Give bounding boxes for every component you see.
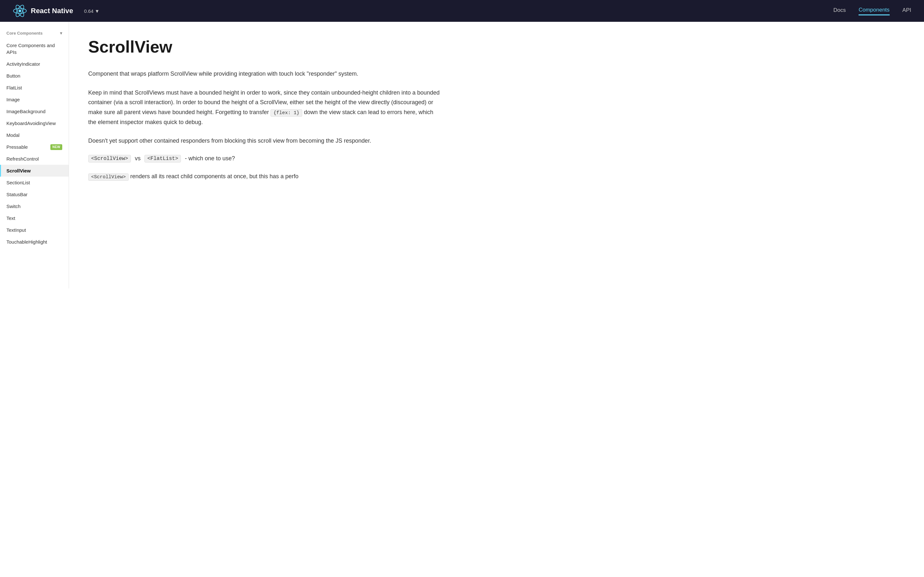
- scrollview-inline-tag: <ScrollView>: [88, 173, 129, 181]
- sidebar-item-sectionlist[interactable]: SectionList: [0, 177, 69, 189]
- sidebar-item-label: Modal: [6, 132, 19, 139]
- page-title: ScrollView: [88, 38, 443, 56]
- sidebar-item-imagebackground[interactable]: ImageBackground: [0, 105, 69, 117]
- sidebar-item-label: SectionList: [6, 179, 30, 186]
- header: React Native 0.64 ▼ Docs Components API: [0, 0, 462, 22]
- logo-area[interactable]: React Native: [13, 4, 73, 18]
- sidebar-item-core-components-apis[interactable]: Core Components and APIs: [0, 39, 69, 58]
- sidebar: Core Components ▾ Core Components and AP…: [0, 22, 69, 288]
- sidebar-item-label: KeyboardAvoidingView: [6, 120, 56, 127]
- sidebar-item-label: Text: [6, 215, 15, 221]
- svg-point-0: [19, 10, 21, 13]
- sidebar-item-modal[interactable]: Modal: [0, 129, 69, 141]
- comparison-row: <ScrollView> vs <FlatList> - which one t…: [88, 155, 443, 163]
- sidebar-item-switch[interactable]: Switch: [0, 200, 69, 212]
- vs-text: vs: [135, 155, 141, 162]
- sidebar-item-flatlist[interactable]: FlatList: [0, 82, 69, 93]
- comparison-label: - which one to use?: [185, 155, 235, 162]
- sidebar-item-label: FlatList: [6, 84, 22, 91]
- sidebar-item-refreshcontrol[interactable]: RefreshControl: [0, 153, 69, 165]
- sidebar-item-label: Image: [6, 96, 20, 103]
- sidebar-item-label: ActivityIndicator: [6, 61, 40, 67]
- sidebar-item-pressable[interactable]: Pressable NEW: [0, 141, 69, 153]
- new-badge: NEW: [50, 144, 62, 150]
- sidebar-item-activity-indicator[interactable]: ActivityIndicator: [0, 58, 69, 70]
- sidebar-section-header[interactable]: Core Components ▾: [0, 28, 69, 39]
- main-content: ScrollView Component that wraps platform…: [69, 22, 462, 288]
- sidebar-item-label: Pressable: [6, 143, 28, 150]
- sidebar-item-label: Core Components and APIs: [6, 42, 62, 55]
- renders-text: renders all its react child components a…: [130, 173, 298, 179]
- sidebar-item-label: Button: [6, 73, 20, 79]
- chevron-down-icon: ▾: [60, 31, 62, 35]
- sidebar-section-label: Core Components: [6, 31, 43, 35]
- paragraph-2: Keep in mind that ScrollViews must have …: [88, 88, 443, 127]
- sidebar-item-label: TextInput: [6, 227, 26, 234]
- paragraph-1: Component that wraps platform ScrollView…: [88, 69, 443, 79]
- sidebar-item-touchablehighlight[interactable]: TouchableHighlight: [0, 236, 69, 248]
- flex-code: {flex: 1}: [270, 109, 302, 117]
- sidebar-item-keyboardavoidingview[interactable]: KeyboardAvoidingView: [0, 117, 69, 129]
- site-title: React Native: [31, 7, 73, 15]
- sidebar-item-label: RefreshControl: [6, 155, 39, 162]
- sidebar-item-button[interactable]: Button: [0, 70, 69, 82]
- chevron-down-icon: ▼: [95, 8, 99, 14]
- version-number: 0.64: [84, 8, 94, 14]
- sidebar-item-text[interactable]: Text: [0, 212, 69, 224]
- sidebar-item-label: ImageBackground: [6, 108, 45, 115]
- react-logo-icon: [13, 4, 27, 18]
- paragraph-4: <ScrollView> renders all its react child…: [88, 171, 443, 181]
- sidebar-item-image[interactable]: Image: [0, 93, 69, 105]
- scrollview-tag: <ScrollView>: [88, 155, 131, 163]
- paragraph-3: Doesn't yet support other contained resp…: [88, 136, 443, 146]
- page-layout: Core Components ▾ Core Components and AP…: [0, 22, 462, 288]
- version-selector[interactable]: 0.64 ▼: [84, 8, 99, 14]
- sidebar-item-label: TouchableHighlight: [6, 239, 47, 245]
- sidebar-item-scrollview[interactable]: ScrollView: [0, 165, 69, 177]
- sidebar-item-label: StatusBar: [6, 191, 27, 198]
- flatlist-tag: <FlatList>: [144, 155, 181, 163]
- sidebar-item-label: ScrollView: [6, 167, 31, 174]
- sidebar-item-statusbar[interactable]: StatusBar: [0, 189, 69, 200]
- sidebar-item-textinput[interactable]: TextInput: [0, 224, 69, 236]
- sidebar-item-label: Switch: [6, 203, 21, 210]
